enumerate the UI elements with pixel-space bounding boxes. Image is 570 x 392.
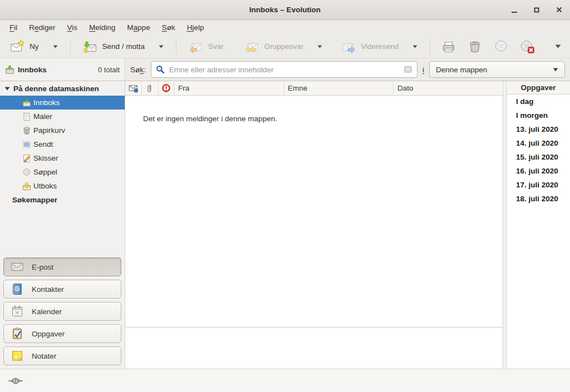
column-importance[interactable] xyxy=(159,81,174,95)
task-pane-header[interactable]: Oppgaver xyxy=(507,81,570,95)
message-list-pane: Fra Emne Dato Det er ingen meldinger i d… xyxy=(125,81,503,369)
evolution-window: Innboks – Evolution Fil Rediger Vis Meld… xyxy=(0,0,570,392)
folder-label: Papirkurv xyxy=(33,126,65,135)
menu-vis[interactable]: Vis xyxy=(63,22,82,33)
important-icon xyxy=(161,83,171,93)
folder-sidebar: På denne datamaskinen Innboks Maler xyxy=(0,81,125,369)
task-group-date[interactable]: 16. juli 2020 xyxy=(507,164,570,178)
chevron-down-icon xyxy=(555,44,561,48)
task-pane: Oppgaver I dag I morgen 13. juli 2020 14… xyxy=(507,81,570,369)
new-message-dropdown[interactable] xyxy=(53,45,58,48)
task-group-tomorrow[interactable]: I morgen xyxy=(507,108,570,122)
sidebar-header: Innboks 0 totalt xyxy=(0,58,125,81)
view-switcher: E-post Kontakter xyxy=(0,254,125,369)
search-scope-dropdown[interactable]: Denne mappen xyxy=(429,61,565,78)
tree-root-search-folders[interactable]: Søkemapper xyxy=(0,193,125,207)
task-group-date[interactable]: 15. juli 2020 xyxy=(507,150,570,164)
task-group-date[interactable]: 17. juli 2020 xyxy=(507,178,570,192)
sidebar-folder-skisser[interactable]: Skisser xyxy=(0,151,125,165)
calendar-icon xyxy=(11,305,23,317)
sidebar-folder-papirkurv[interactable]: Papirkurv xyxy=(0,123,125,137)
tasks-icon xyxy=(11,328,23,340)
send-receive-dropdown[interactable] xyxy=(159,45,164,48)
switcher-memos-button[interactable]: Notater xyxy=(3,346,121,365)
window-controls xyxy=(510,0,563,19)
not-junk-button[interactable] xyxy=(517,37,538,57)
menu-sok[interactable]: Søk xyxy=(158,22,179,33)
search-area: Søk: i Denne mappen xyxy=(125,58,570,81)
sidebar-folder-utboks[interactable]: Utboks xyxy=(0,179,125,193)
search-icon xyxy=(156,65,165,74)
message-list-body[interactable]: Det er ingen meldinger i denne mappen. xyxy=(125,96,503,328)
toolbar-separator xyxy=(176,39,176,54)
maximize-button[interactable] xyxy=(532,6,541,14)
junk-button[interactable] xyxy=(490,37,512,57)
send-receive-button[interactable]: Send / motta xyxy=(78,37,169,57)
reply-button[interactable]: Svar xyxy=(184,37,228,57)
switcher-label: E-post xyxy=(32,263,53,271)
minimize-icon xyxy=(511,7,518,13)
column-attachment[interactable] xyxy=(142,81,159,95)
forward-button[interactable]: Videresend xyxy=(337,37,422,57)
sidebar-folder-maler[interactable]: Maler xyxy=(0,110,125,123)
tree-root-label: På denne datamaskinen xyxy=(13,85,99,93)
close-button[interactable] xyxy=(554,6,563,14)
titlebar: Innboks – Evolution xyxy=(0,0,570,20)
tree-root-on-this-computer[interactable]: På denne datamaskinen xyxy=(0,81,125,96)
minimize-button[interactable] xyxy=(510,6,519,14)
trash-icon xyxy=(22,126,31,135)
sidebar-folder-sendt[interactable]: Sendt xyxy=(0,137,125,151)
switcher-calendar-button[interactable]: Kalender xyxy=(3,302,121,321)
switcher-label: Notater xyxy=(32,352,56,360)
window-title: Innboks – Evolution xyxy=(249,6,321,14)
column-from[interactable]: Fra xyxy=(174,81,284,95)
chevron-down-icon xyxy=(53,45,58,48)
online-status-icon[interactable] xyxy=(8,377,23,385)
chevron-down-icon xyxy=(412,45,417,48)
chevron-down-icon xyxy=(553,68,558,72)
sidebar-folder-innboks[interactable]: Innboks xyxy=(0,96,125,110)
search-input[interactable] xyxy=(169,66,399,74)
column-status[interactable] xyxy=(125,81,142,95)
search-entry[interactable] xyxy=(151,61,417,78)
group-reply-button[interactable]: Gruppesvar xyxy=(240,37,327,57)
column-date[interactable]: Dato xyxy=(394,81,503,95)
task-group-today[interactable]: I dag xyxy=(507,95,570,108)
folder-label: Sendt xyxy=(33,140,53,148)
expander-icon[interactable] xyxy=(4,87,10,91)
task-group-date[interactable]: 14. juli 2020 xyxy=(507,136,570,150)
menu-rediger[interactable]: Rediger xyxy=(25,22,59,33)
switcher-contacts-button[interactable]: Kontakter xyxy=(3,280,121,299)
clear-search-icon[interactable] xyxy=(404,65,412,74)
print-button[interactable] xyxy=(438,37,459,57)
contacts-icon xyxy=(11,283,23,295)
content-area: På denne datamaskinen Innboks Maler xyxy=(0,81,570,369)
switcher-tasks-button[interactable]: Oppgaver xyxy=(3,324,121,343)
menu-melding[interactable]: Melding xyxy=(85,22,119,33)
folder-label: Maler xyxy=(33,112,52,121)
inbox-icon xyxy=(22,98,31,107)
task-group-date[interactable]: 13. juli 2020 xyxy=(507,122,570,136)
toolbar-overflow-button[interactable] xyxy=(552,41,564,52)
menu-mappe[interactable]: Mappe xyxy=(123,22,154,33)
new-message-button[interactable]: Ny xyxy=(6,37,62,57)
close-icon xyxy=(556,6,563,13)
switcher-mail-button[interactable]: E-post xyxy=(3,257,121,276)
menu-fil[interactable]: Fil xyxy=(6,22,21,33)
folder-count: 0 totalt xyxy=(98,66,120,74)
pane-splitter[interactable] xyxy=(503,81,507,369)
column-subject[interactable]: Emne xyxy=(284,81,394,95)
folder-label: Søppel xyxy=(33,168,57,176)
menu-hjelp[interactable]: Hjelp xyxy=(183,22,208,33)
group-reply-dropdown[interactable] xyxy=(317,45,322,48)
sidebar-folder-soppel[interactable]: Søppel xyxy=(0,165,125,179)
send-receive-label: Send / motta xyxy=(102,42,145,51)
folder-label: Skisser xyxy=(33,154,58,162)
reply-icon xyxy=(189,39,203,54)
task-group-date[interactable]: 18. juli 2020 xyxy=(507,192,570,206)
delete-button[interactable] xyxy=(464,37,485,57)
preview-pane[interactable] xyxy=(125,328,503,369)
forward-dropdown[interactable] xyxy=(412,45,417,48)
forward-icon xyxy=(341,39,356,54)
maximize-icon xyxy=(533,7,540,13)
